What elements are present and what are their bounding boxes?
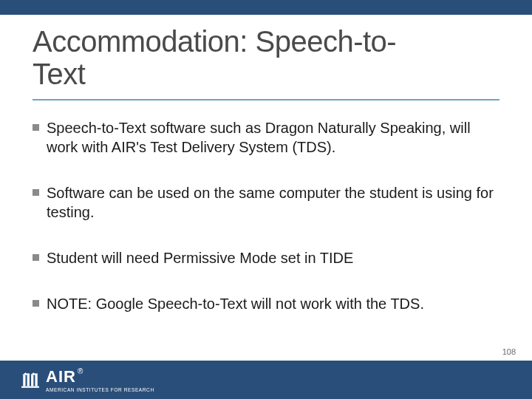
bullet-icon xyxy=(33,189,39,196)
logo-subtitle: AMERICAN INSTITUTES FOR RESEARCH xyxy=(46,387,154,392)
logo-name: AIR xyxy=(46,367,76,386)
bullet-text: Speech-to-Text software such as Dragon N… xyxy=(47,118,499,157)
list-item: Software can be used on the same compute… xyxy=(33,183,499,222)
bullet-text: NOTE: Google Speech-to-Text will not wor… xyxy=(47,294,499,313)
header-accent-bar xyxy=(0,0,532,15)
logo-text-block: AIR® AMERICAN INSTITUTES FOR RESEARCH xyxy=(46,367,154,392)
bullet-text: Student will need Permissive Mode set in… xyxy=(47,248,499,267)
title-line-1: Accommodation: Speech-to- xyxy=(33,25,396,58)
svg-rect-1 xyxy=(27,373,30,386)
list-item: NOTE: Google Speech-to-Text will not wor… xyxy=(33,294,499,313)
air-logo: AIR® AMERICAN INSTITUTES FOR RESEARCH xyxy=(21,367,154,392)
title-line-2: Text xyxy=(33,58,85,90)
bullet-icon xyxy=(33,254,39,261)
svg-rect-4 xyxy=(21,386,39,388)
building-icon xyxy=(21,370,40,389)
bullet-icon xyxy=(33,300,39,307)
bullet-icon xyxy=(33,124,39,131)
content-area: Speech-to-Text software such as Dragon N… xyxy=(0,100,532,313)
logo-registered: ® xyxy=(78,367,83,375)
page-title: Accommodation: Speech-to- Text xyxy=(0,15,532,96)
list-item: Speech-to-Text software such as Dragon N… xyxy=(33,118,499,157)
footer-bar: AIR® AMERICAN INSTITUTES FOR RESEARCH xyxy=(0,361,532,399)
svg-rect-3 xyxy=(35,373,38,386)
svg-rect-0 xyxy=(23,375,25,386)
bullet-text: Software can be used on the same compute… xyxy=(47,183,499,222)
page-number: 108 xyxy=(502,347,516,356)
list-item: Student will need Permissive Mode set in… xyxy=(33,248,499,267)
svg-rect-2 xyxy=(31,375,33,386)
